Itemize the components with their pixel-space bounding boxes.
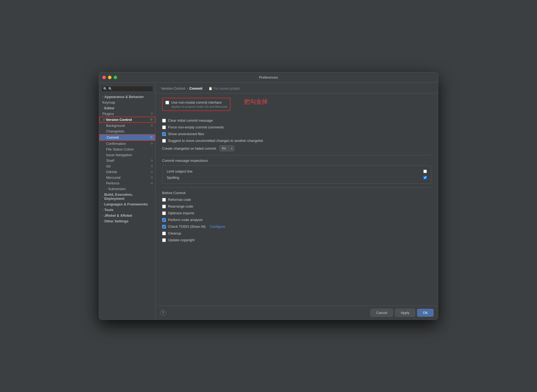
close-button[interactable] <box>102 76 106 79</box>
suggest-move-row: Suggest to move uncommitted changes to a… <box>162 139 431 143</box>
configure-link[interactable]: Configure <box>210 225 225 229</box>
cleanup-checkbox[interactable] <box>162 232 166 235</box>
perform-code-analysis-checkbox[interactable] <box>162 218 166 222</box>
collapse-arrow: › <box>102 195 103 198</box>
use-non-modal-checkbox[interactable] <box>165 101 169 104</box>
show-unversioned-text: Show unversioned files <box>168 132 204 136</box>
perform-code-analysis-label[interactable]: Perform code analysis <box>162 218 203 222</box>
gear-icon: ⚙ <box>151 176 153 179</box>
bottom-bar: ? Cancel Apply OK <box>156 306 438 320</box>
sidebar-item-appearance[interactable]: › Appearance & Behavior <box>99 94 155 100</box>
cleanup-label[interactable]: Cleanup <box>162 231 181 235</box>
sidebar-item-github[interactable]: GitHub ⚙ <box>99 169 155 175</box>
create-changelist-select[interactable]: No Yes Ask <box>219 145 234 151</box>
optimize-imports-text: Optimize imports <box>168 211 194 215</box>
sidebar-item-label: Other Settings <box>104 219 153 223</box>
sidebar-item-label: Perforce <box>106 181 151 185</box>
show-unversioned-checkbox[interactable] <box>162 132 166 136</box>
gear-icon: ⚙ <box>151 124 153 127</box>
sidebar-item-editor[interactable]: › Editor <box>99 105 155 111</box>
collapse-arrow: › <box>102 220 103 223</box>
sidebar-item-subversion[interactable]: › Subversion <box>99 186 155 192</box>
use-non-modal-box: Use non-modal commit interface Applies t… <box>162 98 231 111</box>
panel-header: Version Control › Commit 📋 For current p… <box>156 83 438 93</box>
limit-subject-label: Limit subject line <box>167 169 193 173</box>
rearrange-code-label[interactable]: Rearrange code <box>162 204 193 208</box>
collapse-arrow: › <box>102 95 103 98</box>
cleanup-row: Cleanup <box>162 231 431 235</box>
search-input[interactable] <box>108 87 151 91</box>
ok-button[interactable]: OK <box>417 309 434 317</box>
check-todo-text: Check TODO (Show All) <box>168 225 206 229</box>
sidebar-item-tools[interactable]: › Tools <box>99 207 155 213</box>
cancel-button[interactable]: Cancel <box>371 309 393 317</box>
sidebar-item-mercurial[interactable]: Mercurial ⚙ <box>99 175 155 180</box>
divider <box>162 155 431 155</box>
clear-initial-label[interactable]: Clear initial commit message <box>162 118 213 122</box>
gear-icon: ⚙ <box>151 142 153 145</box>
suggest-move-checkbox[interactable] <box>162 139 166 143</box>
force-non-empty-checkbox[interactable] <box>162 125 166 129</box>
breadcrumb-current: Commit <box>189 86 202 90</box>
show-unversioned-label[interactable]: Show unversioned files <box>162 132 204 136</box>
sidebar-item-plugins[interactable]: Plugins ⚙ <box>99 111 155 117</box>
optimize-imports-checkbox[interactable] <box>162 211 166 215</box>
update-copyright-checkbox[interactable] <box>162 238 166 242</box>
sidebar-item-commit[interactable]: Commit ⚙ <box>99 134 155 141</box>
sidebar-item-changelists[interactable]: Changelists <box>99 128 155 134</box>
force-non-empty-label[interactable]: Force non-empty commit comments <box>162 125 224 129</box>
maximize-button[interactable] <box>114 76 117 79</box>
gear-icon: ⚙ <box>150 118 153 121</box>
update-copyright-label[interactable]: Update copyright <box>162 238 194 242</box>
reformat-code-label[interactable]: Reformat code <box>162 198 191 202</box>
spelling-row: Spelling <box>167 176 427 180</box>
spelling-checkbox[interactable] <box>423 176 427 179</box>
gear-icon: ⚙ <box>151 170 153 174</box>
force-non-empty-text: Force non-empty commit comments <box>168 125 224 129</box>
minimize-button[interactable] <box>108 76 111 79</box>
sidebar-item-label: JRebel & XRebel <box>104 214 153 218</box>
apply-button[interactable]: Apply <box>395 309 415 317</box>
sidebar-item-perforce[interactable]: Perforce ⚙ <box>99 180 155 186</box>
sidebar-item-file-status-colors[interactable]: File Status Colors <box>99 146 155 152</box>
main-panel: Version Control › Commit 📋 For current p… <box>156 83 438 320</box>
sidebar-item-label: Build, Execution, Deployment <box>104 192 153 201</box>
sidebar-item-other[interactable]: › Other Settings <box>99 218 155 224</box>
search-bar[interactable]: 🔍 <box>101 86 153 92</box>
sidebar-item-languages[interactable]: › Languages & Frameworks <box>99 201 155 207</box>
sidebar-item-build[interactable]: › Build, Execution, Deployment <box>99 192 155 201</box>
sidebar-item-git[interactable]: Git ⚙ <box>99 163 155 169</box>
suggest-move-label[interactable]: Suggest to move uncommitted changes to a… <box>162 139 263 143</box>
gear-icon: ⚙ <box>151 181 153 185</box>
sidebar-item-version-control[interactable]: ∨ Version Control ⚙ <box>99 117 155 123</box>
limit-subject-checkbox[interactable] <box>423 170 427 173</box>
window-title: Preferences <box>259 75 278 79</box>
use-non-modal-checkbox-label[interactable]: Use non-modal commit interface Applies t… <box>165 100 227 108</box>
create-changelist-row: Create changelist on failed commit: No Y… <box>162 145 431 151</box>
collapse-arrow: › <box>102 107 103 110</box>
sidebar-item-background[interactable]: Background ⚙ <box>99 123 155 128</box>
sidebar-item-confirmation[interactable]: Confirmation ⚙ <box>99 141 155 146</box>
reformat-code-checkbox[interactable] <box>162 198 166 202</box>
sidebar-item-shelf[interactable]: Shelf ⚙ <box>99 158 155 163</box>
check-todo-label[interactable]: Check TODO (Show All) <box>162 225 206 229</box>
rearrange-code-row: Rearrange code <box>162 204 431 208</box>
clear-initial-checkbox[interactable] <box>162 119 166 122</box>
clear-initial-text: Clear initial commit message <box>168 118 213 122</box>
breadcrumb-parent: Version Control <box>161 86 185 90</box>
suggest-move-text: Suggest to move uncommitted changes to a… <box>168 139 263 143</box>
before-commit-title: Before Commit <box>162 191 431 195</box>
optimize-imports-label[interactable]: Optimize imports <box>162 211 194 215</box>
help-button[interactable]: ? <box>160 310 166 316</box>
sidebar-item-label: Plugins <box>102 112 151 116</box>
check-todo-checkbox[interactable] <box>162 225 166 229</box>
inspections-title: Commit message inspections <box>162 159 431 163</box>
sidebar-item-keymap[interactable]: Keymap <box>99 100 155 105</box>
sidebar-item-issue-navigation[interactable]: Issue Navigation <box>99 152 155 158</box>
project-badge-label: For current project <box>214 87 240 90</box>
sidebar-item-label: Subversion <box>108 187 153 191</box>
rearrange-code-checkbox[interactable] <box>162 205 166 208</box>
perform-code-analysis-text: Perform code analysis <box>168 218 203 222</box>
sidebar-item-label: Keymap <box>102 100 153 104</box>
sidebar-item-jrebel[interactable]: › JRebel & XRebel <box>99 213 155 218</box>
